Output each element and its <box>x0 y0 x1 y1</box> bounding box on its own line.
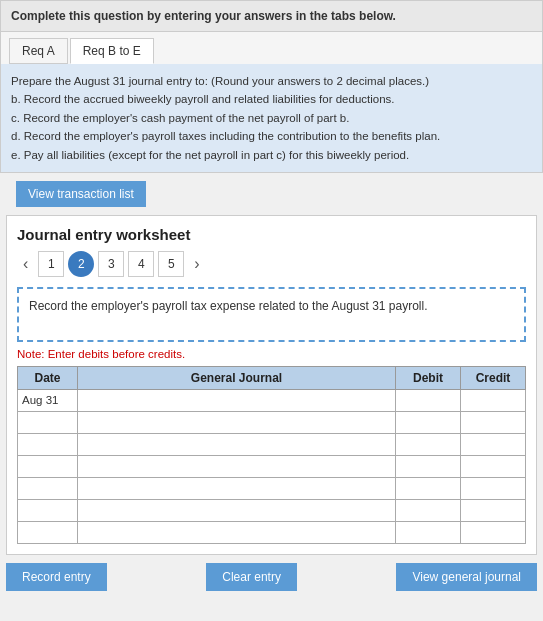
row-4-debit-input[interactable] <box>400 482 456 494</box>
row-2-date <box>18 433 78 455</box>
row-5-credit-input[interactable] <box>465 504 521 516</box>
row-2-journal-input[interactable] <box>82 438 391 450</box>
tab-req-a[interactable]: Req A <box>9 38 68 64</box>
row-0-credit-input[interactable] <box>465 394 521 406</box>
row-6-date <box>18 521 78 543</box>
row-5-journal <box>78 499 396 521</box>
clear-entry-button[interactable]: Clear entry <box>206 563 297 591</box>
description-intro: Prepare the August 31 journal entry to: … <box>11 72 532 90</box>
row-2-credit <box>461 433 526 455</box>
description-line-c: c. Record the employer's cash payment of… <box>11 109 532 127</box>
view-transaction-button[interactable]: View transaction list <box>16 181 146 207</box>
row-3-debit-input[interactable] <box>400 460 456 472</box>
entry-note: Note: Enter debits before credits. <box>17 348 526 360</box>
row-1-debit-input[interactable] <box>400 416 456 428</box>
row-0-credit <box>461 389 526 411</box>
table-row <box>18 521 526 543</box>
row-5-credit <box>461 499 526 521</box>
row-6-journal-input[interactable] <box>82 526 391 538</box>
entry-description-box: Record the employer's payroll tax expens… <box>17 287 526 342</box>
instruction-bar: Complete this question by entering your … <box>0 0 543 32</box>
journal-title: Journal entry worksheet <box>17 226 526 243</box>
row-4-journal <box>78 477 396 499</box>
row-0-debit <box>396 389 461 411</box>
row-6-debit-input[interactable] <box>400 526 456 538</box>
row-0-debit-input[interactable] <box>400 394 456 406</box>
record-entry-button[interactable]: Record entry <box>6 563 107 591</box>
row-6-journal <box>78 521 396 543</box>
row-5-date <box>18 499 78 521</box>
row-4-credit-input[interactable] <box>465 482 521 494</box>
description-line-e: e. Pay all liabilities (except for the n… <box>11 146 532 164</box>
table-row <box>18 433 526 455</box>
nav-num-4[interactable]: 4 <box>128 251 154 277</box>
bottom-buttons: Record entry Clear entry View general jo… <box>6 563 537 591</box>
description-line-d: d. Record the employer's payroll taxes i… <box>11 127 532 145</box>
row-3-journal-input[interactable] <box>82 460 391 472</box>
row-6-credit <box>461 521 526 543</box>
row-6-debit <box>396 521 461 543</box>
row-4-date <box>18 477 78 499</box>
journal-container: Journal entry worksheet ‹ 1 2 3 4 5 › Re… <box>6 215 537 555</box>
view-transaction-btn-area: View transaction list <box>6 173 537 215</box>
row-3-journal <box>78 455 396 477</box>
row-1-journal <box>78 411 396 433</box>
main-container: Complete this question by entering your … <box>0 0 543 591</box>
tab-req-b-e[interactable]: Req B to E <box>70 38 154 64</box>
col-header-debit: Debit <box>396 366 461 389</box>
table-row <box>18 455 526 477</box>
row-2-debit-input[interactable] <box>400 438 456 450</box>
row-2-debit <box>396 433 461 455</box>
row-0-date: Aug 31 <box>18 389 78 411</box>
table-row: Aug 31 <box>18 389 526 411</box>
row-4-journal-input[interactable] <box>82 482 391 494</box>
row-5-journal-input[interactable] <box>82 504 391 516</box>
nav-num-2[interactable]: 2 <box>68 251 94 277</box>
col-header-credit: Credit <box>461 366 526 389</box>
instruction-text: Complete this question by entering your … <box>11 9 396 23</box>
row-1-date <box>18 411 78 433</box>
nav-prev-button[interactable]: ‹ <box>17 253 34 275</box>
col-header-journal: General Journal <box>78 366 396 389</box>
row-1-debit <box>396 411 461 433</box>
row-0-journal <box>78 389 396 411</box>
nav-num-3[interactable]: 3 <box>98 251 124 277</box>
row-5-debit-input[interactable] <box>400 504 456 516</box>
nav-num-1[interactable]: 1 <box>38 251 64 277</box>
nav-row: ‹ 1 2 3 4 5 › <box>17 251 526 277</box>
tabs-area: Req A Req B to E <box>0 32 543 64</box>
row-3-debit <box>396 455 461 477</box>
nav-num-5[interactable]: 5 <box>158 251 184 277</box>
nav-next-button[interactable]: › <box>188 253 205 275</box>
description-line-b: b. Record the accrued biweekly payroll a… <box>11 90 532 108</box>
row-5-debit <box>396 499 461 521</box>
row-1-journal-input[interactable] <box>82 416 391 428</box>
table-row <box>18 411 526 433</box>
table-row <box>18 499 526 521</box>
row-3-date <box>18 455 78 477</box>
row-0-journal-input[interactable] <box>82 394 391 406</box>
view-general-journal-button[interactable]: View general journal <box>396 563 537 591</box>
row-1-credit-input[interactable] <box>465 416 521 428</box>
description-area: Prepare the August 31 journal entry to: … <box>0 64 543 173</box>
row-4-debit <box>396 477 461 499</box>
col-header-date: Date <box>18 366 78 389</box>
row-1-credit <box>461 411 526 433</box>
row-3-credit-input[interactable] <box>465 460 521 472</box>
row-2-journal <box>78 433 396 455</box>
row-4-credit <box>461 477 526 499</box>
row-3-credit <box>461 455 526 477</box>
table-row <box>18 477 526 499</box>
row-6-credit-input[interactable] <box>465 526 521 538</box>
row-2-credit-input[interactable] <box>465 438 521 450</box>
journal-table: Date General Journal Debit Credit <box>17 366 526 544</box>
